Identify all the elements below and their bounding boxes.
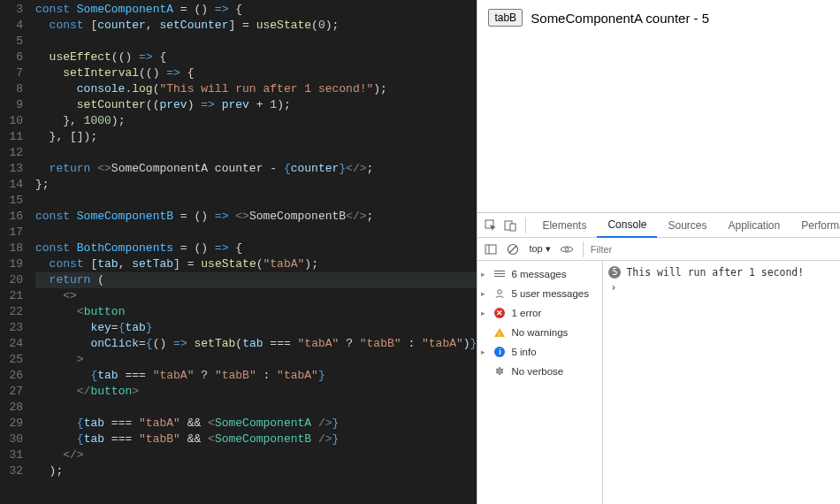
code-area[interactable]: const SomeComponentA = () => { const [co…: [30, 0, 477, 504]
sidebar-row-verbose[interactable]: No verbose: [477, 362, 602, 381]
disclosure-triangle-icon: ▸: [481, 345, 488, 359]
console-prompt[interactable]: ›: [608, 280, 840, 294]
context-selector[interactable]: top ▾: [525, 242, 554, 256]
sidebar-label: 5 user messages: [511, 286, 589, 301]
devtools: ElementsConsoleSourcesApplicationPerform…: [477, 212, 840, 504]
component-output: SomeComponentA counter - 5: [531, 11, 709, 26]
devtools-tab-console[interactable]: Console: [597, 213, 657, 238]
verbose-icon: [493, 365, 506, 378]
disclosure-triangle-icon: ▸: [481, 267, 488, 281]
sidebar-row-msgs[interactable]: ▸6 messages: [477, 264, 602, 284]
sidebar-label: 1 error: [511, 306, 541, 320]
sidebar-row-error[interactable]: ▸✕1 error: [477, 303, 602, 323]
user-messages-icon: [493, 287, 506, 300]
toggle-tab-button[interactable]: tabB: [488, 9, 523, 27]
svg-rect-2: [510, 224, 515, 231]
sidebar-row-user[interactable]: ▸5 user messages: [477, 284, 602, 303]
devtools-tabbar: ElementsConsoleSourcesApplicationPerform…: [477, 213, 840, 238]
log-count-badge: 5: [608, 266, 621, 279]
sidebar-label: No warnings: [511, 325, 568, 340]
devtools-tab-performance[interactable]: Performance: [790, 213, 840, 238]
console-filter-input[interactable]: [583, 241, 840, 257]
console-sidebar[interactable]: ▸6 messages▸5 user messages▸✕1 errorNo w…: [477, 261, 603, 504]
svg-point-8: [498, 290, 502, 294]
line-number-gutter: 3456789101112131415161718192021222324252…: [0, 0, 30, 504]
console-output[interactable]: 5 This will run after 1 second! ›: [603, 261, 840, 504]
svg-point-7: [565, 248, 569, 251]
sidebar-label: No verbose: [511, 364, 563, 378]
devtools-tab-elements[interactable]: Elements: [531, 213, 597, 238]
code-editor[interactable]: 3456789101112131415161718192021222324252…: [0, 0, 477, 504]
log-message: This will run after 1 second!: [626, 265, 804, 279]
svg-rect-3: [485, 245, 496, 254]
messages-icon: [493, 268, 506, 280]
live-expression-icon[interactable]: [558, 241, 576, 258]
devtools-tab-application[interactable]: Application: [718, 213, 791, 238]
separator: [525, 218, 526, 233]
devtools-body: ▸6 messages▸5 user messages▸✕1 errorNo w…: [477, 261, 840, 504]
app-preview: tabB SomeComponentA counter - 5: [477, 0, 840, 212]
toggle-device-icon[interactable]: [500, 216, 520, 235]
sidebar-row-warn[interactable]: No warnings: [477, 323, 602, 342]
sidebar-row-info[interactable]: ▸i5 info: [477, 342, 602, 362]
sidebar-label: 6 messages: [511, 267, 566, 281]
sidebar-label: 5 info: [511, 345, 536, 359]
clear-console-icon[interactable]: [504, 241, 522, 258]
info-icon: i: [493, 346, 506, 358]
svg-line-6: [509, 246, 516, 253]
disclosure-triangle-icon: ▸: [481, 286, 488, 301]
devtools-tab-sources[interactable]: Sources: [657, 213, 717, 238]
right-pane: tabB SomeComponentA counter - 5 Elements…: [477, 0, 840, 504]
inspect-element-icon[interactable]: [481, 216, 500, 235]
warning-icon: [493, 326, 506, 339]
error-icon: ✕: [493, 307, 506, 319]
disclosure-triangle-icon: ▸: [481, 306, 488, 320]
console-toolbar: top ▾: [477, 238, 840, 261]
sidebar-toggle-icon[interactable]: [481, 240, 500, 259]
console-log-row: 5 This will run after 1 second!: [608, 264, 840, 280]
